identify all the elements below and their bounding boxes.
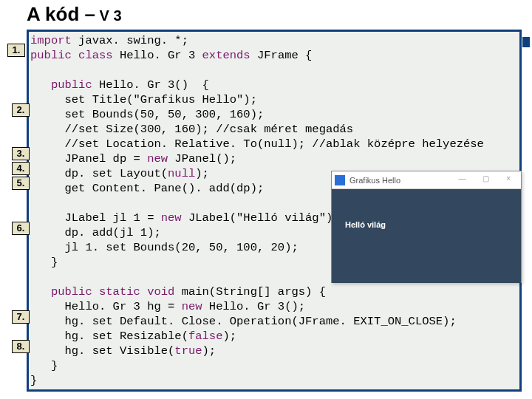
slide-title: A kód – V 3 [27,3,122,26]
code-text: set Title("Grafikus Hello"); [30,93,257,106]
code-text: JLabel("Helló világ"); [182,211,340,225]
kw-new: new [147,152,168,166]
kw-null: null [168,167,195,180]
code-text: //set Size(300, 160); //csak méret megad… [30,123,353,136]
kw-public-class: public class [30,49,113,62]
code-text: JPanel dp = [30,152,147,166]
java-icon [335,175,345,185]
annotation-2: 2. [12,103,30,117]
code-text: ); [195,167,209,180]
annotation-3: 3. [12,147,30,160]
preview-body: Helló világ [332,189,521,283]
window-controls: — ▢ × [459,174,518,183]
kw-false: false [188,330,223,343]
preview-title: Grafikus Hello [349,176,400,185]
kw-new: new [182,300,202,313]
code-text: javax. swing. *; [72,34,188,47]
code-text: ); [222,330,236,343]
code-text: set Bounds(50, 50, 300, 160); [30,108,264,121]
title-main: A kód – [27,3,95,25]
preview-titlebar: Grafikus Hello — ▢ × [332,171,521,189]
kw-import: import [30,34,72,47]
code-text: //set Location. Relative. To(null); //ab… [30,137,484,151]
annotation-8: 8. [12,340,30,353]
code-text: JPanel(); [168,152,236,166]
code-text: JLabel jl 1 = [30,211,161,225]
kw-new: new [161,211,182,225]
code-text: Hello. Gr 3 [113,49,202,62]
kw-public: public [30,78,92,92]
code-text: } [30,374,37,387]
kw-psvm: public static void [30,285,174,299]
title-sub: V 3 [95,7,122,24]
code-text: hg. set Visible( [30,344,174,358]
kw-true: true [174,344,202,358]
annotation-7: 7. [12,310,30,324]
code-text: Hello. Gr 3 hg = [30,300,182,313]
code-text: hg. set Resizable( [30,330,188,343]
code-text: } [30,256,58,269]
preview-label: Helló világ [345,220,386,229]
code-text: main(String[] args) { [174,285,326,299]
code-text: get Content. Pane(). add(dp); [30,182,264,195]
annotation-6: 6. [12,222,30,235]
annotation-4: 4. [12,162,30,175]
code-text: dp. add(jl 1); [30,226,161,239]
code-text: jl 1. set Bounds(20, 50, 100, 20); [30,241,299,254]
code-text: Hello. Gr 3(); [202,300,306,313]
code-text: dp. set Layout( [30,167,168,180]
decor-bar [522,37,530,47]
code-text: hg. set Default. Close. Operation(JFrame… [30,315,457,328]
annotation-1: 1. [7,44,25,57]
kw-extends: extends [202,49,250,62]
code-text: ); [202,344,216,358]
preview-window: Grafikus Hello — ▢ × Helló világ [331,171,522,283]
annotation-5: 5. [12,177,30,190]
code-text: JFrame { [250,49,313,62]
code-text: } [30,359,58,372]
code-text: Hello. Gr 3() { [92,78,209,92]
